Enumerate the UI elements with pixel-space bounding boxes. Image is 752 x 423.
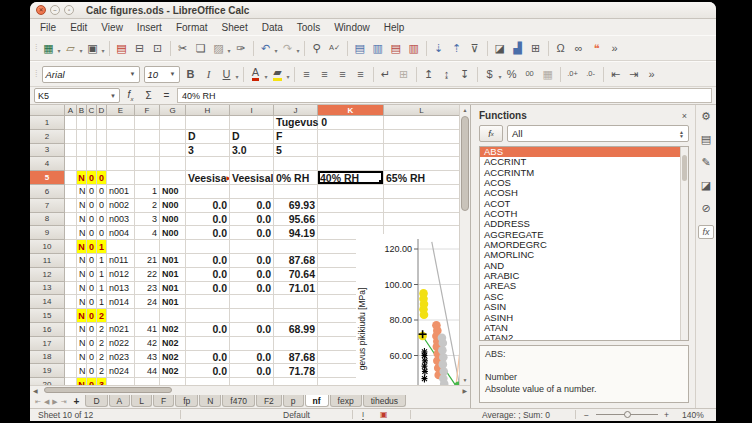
toolbar-overflow-icon[interactable]: » [606, 39, 624, 57]
cell-I19[interactable]: 0.0 [230, 364, 274, 378]
cell-K1[interactable] [318, 116, 384, 130]
cell-E6[interactable]: n001 [107, 185, 135, 199]
row-header-10[interactable]: 10 [30, 240, 65, 254]
cell-A16[interactable] [65, 323, 77, 337]
row-header-14[interactable]: 14 [30, 295, 65, 309]
cell-H10[interactable] [186, 240, 230, 254]
cell-B7[interactable]: N [77, 199, 87, 213]
column-header-I[interactable]: I [230, 105, 274, 116]
cell-D3[interactable] [97, 144, 107, 158]
cell-D13[interactable]: 1 [97, 282, 107, 296]
menu-item-sheet[interactable]: Sheet [215, 21, 255, 34]
cell-C1[interactable] [87, 116, 97, 130]
row-header-1[interactable]: 1 [30, 116, 65, 130]
scroll-down-icon[interactable]: ▼ [460, 377, 470, 383]
cell-C18[interactable]: 0 [87, 351, 97, 365]
cell-D14[interactable]: 1 [97, 295, 107, 309]
cell-G4[interactable] [160, 157, 186, 171]
cell-E18[interactable]: n023 [107, 351, 135, 365]
row-header-2[interactable]: 2 [30, 130, 65, 144]
chevron-down-icon[interactable]: ▾ [102, 47, 105, 54]
cell-I4[interactable] [230, 157, 274, 171]
function-list-scrollbar[interactable] [680, 147, 688, 340]
cell-B9[interactable]: N [77, 226, 87, 240]
cell-A6[interactable] [65, 185, 77, 199]
cell-E7[interactable]: n002 [107, 199, 135, 213]
clone-formatting-icon[interactable]: ✑ [232, 39, 250, 57]
maximize-button[interactable]: ▫ [64, 5, 74, 15]
menu-item-help[interactable]: Help [377, 21, 412, 34]
cell-F4[interactable] [135, 157, 160, 171]
increase-indent-icon[interactable]: ⇥ [625, 65, 643, 83]
cell-C11[interactable]: 0 [87, 254, 97, 268]
cell-H4[interactable] [186, 157, 230, 171]
cell-I13[interactable]: 0.0 [230, 282, 274, 296]
font-name-select[interactable]: Arial ▼ [42, 66, 140, 83]
print-icon[interactable]: ⊟ [131, 39, 149, 57]
cell-A11[interactable] [65, 254, 77, 268]
menu-item-tools[interactable]: Tools [290, 21, 327, 34]
cell-C10[interactable]: 0 [87, 240, 97, 254]
cell-H8[interactable]: 0.0 [186, 213, 230, 227]
toolbar-handle[interactable]: ⁞ [35, 69, 38, 79]
column-header-H[interactable]: H [186, 105, 230, 116]
equals-icon[interactable]: = [159, 90, 174, 101]
function-list-scroll-thumb[interactable] [682, 155, 687, 181]
cell-G1[interactable] [160, 116, 186, 130]
previous-sheet-icon[interactable]: ◀ [43, 395, 50, 408]
scroll-left-icon[interactable]: ◀ [33, 387, 38, 394]
cell-I17[interactable] [230, 337, 274, 351]
cell-K6[interactable] [318, 185, 384, 199]
sheet-tab-fp[interactable]: fp [175, 395, 198, 407]
cell-H9[interactable]: 0.0 [186, 226, 230, 240]
chevron-down-icon[interactable]: ▾ [287, 73, 290, 80]
cell-I15[interactable] [230, 309, 274, 323]
cell-H2[interactable]: D [186, 130, 230, 144]
menu-item-data[interactable]: Data [255, 21, 290, 34]
merge-cells-icon[interactable]: ⊞ [395, 65, 413, 83]
cell-A1[interactable] [65, 116, 77, 130]
cell-B8[interactable]: N [77, 213, 87, 227]
cell-H18[interactable]: 0.0 [186, 351, 230, 365]
cell-A4[interactable] [65, 157, 77, 171]
cell-K3[interactable] [318, 144, 384, 158]
center-vertically-icon[interactable]: ↨ [438, 65, 456, 83]
horizontal-scroll-thumb[interactable] [44, 387, 172, 393]
column-header-C[interactable]: C [87, 105, 97, 116]
function-item-asc[interactable]: ASC [480, 292, 688, 302]
cell-G6[interactable]: N00 [160, 185, 186, 199]
row-header-11[interactable]: 11 [30, 254, 65, 268]
cell-C19[interactable]: 0 [87, 364, 97, 378]
cell-I5[interactable]: Veesisald▶ [230, 171, 274, 185]
cell-G2[interactable] [160, 130, 186, 144]
row-header-16[interactable]: 16 [30, 323, 65, 337]
chevron-down-icon[interactable]: ▾ [297, 47, 300, 54]
zoom-level[interactable]: 140% [682, 410, 704, 420]
cell-C17[interactable]: 0 [87, 337, 97, 351]
cell-I6[interactable] [230, 185, 274, 199]
cell-G9[interactable]: N00 [160, 226, 186, 240]
vertical-scrollbar[interactable]: ▲ ▼ [459, 105, 470, 385]
cell-H3[interactable]: 3 [186, 144, 230, 158]
column-header-G[interactable]: G [160, 105, 186, 116]
delete-column-icon[interactable]: ▥ [405, 39, 423, 57]
cell-D7[interactable]: 0 [97, 199, 107, 213]
function-item-acosh[interactable]: ACOSH [480, 188, 688, 198]
cell-B20[interactable]: N [77, 378, 87, 385]
chevron-down-icon[interactable]: ▾ [80, 47, 83, 54]
align-center-icon[interactable]: ≡ [316, 65, 334, 83]
menu-item-view[interactable]: View [94, 21, 130, 34]
cell-A14[interactable] [65, 295, 77, 309]
horizontal-scrollbar[interactable]: ◀ ▶ [30, 385, 470, 395]
cell-C13[interactable]: 0 [87, 282, 97, 296]
cell-G7[interactable]: N00 [160, 199, 186, 213]
cell-G3[interactable] [160, 144, 186, 158]
cell-L4[interactable] [384, 157, 460, 171]
page-style-label[interactable]: Default [283, 410, 310, 420]
column-header-L[interactable]: L [384, 105, 460, 116]
cell-E3[interactable] [107, 144, 135, 158]
sheet-tab-A[interactable]: A [109, 395, 131, 407]
underline-icon[interactable]: U [218, 65, 236, 83]
cell-I18[interactable]: 0.0 [230, 351, 274, 365]
cell-A19[interactable] [65, 364, 77, 378]
